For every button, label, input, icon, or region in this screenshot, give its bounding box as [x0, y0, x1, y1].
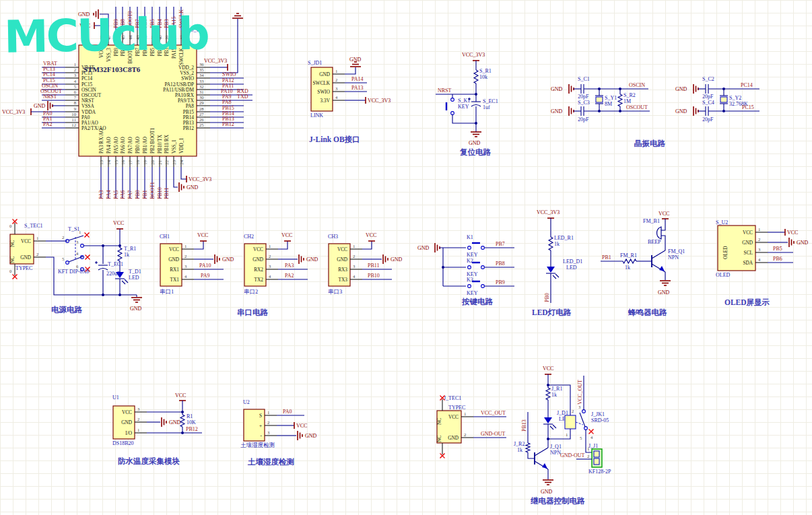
svg-text:VCC_OUT: VCC_OUT — [577, 380, 583, 405]
svg-text:0: 0 — [9, 269, 12, 273]
svg-text:VCC_3V3: VCC_3V3 — [204, 58, 227, 64]
svg-text:PA14: PA14 — [351, 76, 364, 82]
svg-text:OLED: OLED — [722, 246, 729, 259]
svg-text:PA6: PA6 — [120, 191, 126, 200]
svg-text:8M: 8M — [605, 101, 612, 107]
svg-text:BOOT0: BOOT0 — [127, 48, 133, 64]
component-typec-relay[interactable]: 1VCC2GND — [437, 411, 473, 443]
svg-text:S_R1: S_R1 — [479, 68, 492, 74]
svg-text:PB8: PB8 — [496, 261, 505, 267]
block-reset: VCC_3V3S_R110kNRSTS_K1KEYS_EC11ufGND复位电路 — [436, 52, 498, 156]
svg-text:VCC: VCC — [169, 246, 179, 252]
svg-text:PA7: PA7 — [127, 191, 133, 200]
svg-text:PB0: PB0 — [135, 190, 141, 199]
svg-text:PC14: PC14 — [43, 71, 55, 77]
svg-text:PB1: PB1 — [602, 254, 611, 261]
svg-text:1: 1 — [335, 69, 337, 73]
svg-text:PA5/AO: PA5/AO — [113, 137, 119, 153]
svg-text:4: 4 — [184, 274, 187, 279]
svg-text:S_Y1: S_Y1 — [605, 95, 617, 101]
svg-text:9: 9 — [74, 106, 77, 111]
svg-text:1: 1 — [566, 432, 568, 437]
svg-text:2: 2 — [572, 409, 574, 413]
svg-text:S_K1: S_K1 — [458, 98, 470, 104]
component-uart1-header[interactable]: 1VCC2GND3RX14TX1 — [160, 244, 194, 287]
svg-text:4: 4 — [335, 95, 338, 100]
svg-text:NC: NC — [436, 436, 442, 442]
svg-text:4: 4 — [758, 257, 761, 262]
block-mcu: S_U136VDD_235VSS_234SWIO33PA12/USB/DP32P… — [2, 7, 252, 199]
svg-text:14: 14 — [106, 160, 111, 164]
svg-text:GND: GND — [675, 86, 687, 92]
svg-text:1: 1 — [353, 244, 355, 248]
component-soil-sensor[interactable]: 1S2+3- — [244, 409, 277, 441]
svg-text:GND: GND — [319, 71, 330, 77]
svg-text:18: 18 — [135, 160, 140, 164]
svg-text:T_S1: T_S1 — [68, 226, 79, 232]
svg-text:蜂鸣器电路: 蜂鸣器电路 — [628, 308, 667, 316]
svg-text:2: 2 — [184, 254, 187, 259]
svg-text:11: 11 — [72, 117, 76, 122]
component-uart3-header[interactable]: 1VCC2GND3RX34TX3 — [329, 244, 362, 287]
svg-text:J_TEC1: J_TEC1 — [444, 395, 461, 401]
svg-text:1: 1 — [137, 427, 139, 432]
svg-text:43: 43 — [135, 35, 140, 40]
svg-text:按键电路: 按键电路 — [461, 298, 494, 306]
svg-text:CH1: CH1 — [160, 234, 170, 240]
svg-text:8: 8 — [74, 100, 77, 105]
svg-text:22: 22 — [164, 160, 169, 165]
svg-text:PB8: PB8 — [120, 19, 126, 28]
svg-text:KFT DIP-8X8: KFT DIP-8X8 — [58, 269, 89, 275]
block-buzzer: VCCFM_B1BEEPFM_Q1NPNPB1FM_R11kGND蜂鸣器电路 — [601, 211, 685, 316]
svg-text:PB5: PB5 — [149, 48, 156, 57]
svg-text:STM32F103C8T6: STM32F103C8T6 — [83, 65, 141, 73]
svg-text:28: 28 — [199, 106, 204, 111]
push-button[interactable] — [468, 243, 485, 249]
svg-text:GND: GND — [130, 306, 142, 312]
block-crystal: GNDS_C120pFOSCINS_Y18MS_R21MGNDS_C320pFO… — [551, 76, 759, 147]
svg-text:1k: 1k — [124, 252, 129, 258]
svg-text:串口2: 串口2 — [244, 288, 258, 295]
block-ds18b20: U13VCC2GND1I/ODS18B20GNDPB12VCCR110K防水温度… — [112, 392, 202, 465]
svg-text:PB3: PB3 — [164, 48, 170, 57]
svg-text:33: 33 — [199, 79, 204, 83]
svg-text:S_R2: S_R2 — [623, 92, 636, 98]
svg-text:VCC: VCC — [658, 211, 669, 217]
svg-text:T_R1: T_R1 — [124, 246, 136, 252]
svg-text:220uF: 220uF — [106, 271, 121, 277]
svg-text:LINK: LINK — [310, 112, 323, 118]
svg-text:31: 31 — [199, 90, 204, 94]
component-stm32f103c8t6[interactable]: 36VDD_235VSS_234SWIO33PA12/USB/DP32PA11/… — [65, 30, 210, 167]
svg-text:晶振电路: 晶振电路 — [634, 139, 666, 147]
svg-text:NRST: NRST — [438, 88, 452, 94]
svg-text:VDD_1: VDD_1 — [178, 138, 184, 153]
svg-text:PB7: PB7 — [135, 48, 141, 57]
svg-text:OLED: OLED — [716, 272, 731, 278]
component-ds18b20-module[interactable]: 3VCC2GND1I/O — [113, 406, 147, 439]
svg-text:PA5: PA5 — [113, 191, 119, 200]
svg-text:PB12: PB12 — [222, 121, 234, 127]
svg-text:3: 3 — [184, 264, 187, 269]
svg-text:3: 3 — [74, 73, 77, 77]
push-button[interactable] — [446, 98, 454, 115]
component-link-header[interactable]: 1GND2SWCLK3SWIO43.3V — [311, 67, 345, 111]
svg-text:VCC: VCC — [281, 232, 292, 238]
svg-text:PA10: PA10 — [199, 263, 211, 269]
svg-text:GND: GND — [168, 256, 179, 263]
svg-text:SWCLK: SWCLK — [178, 9, 184, 28]
component-uart2-header[interactable]: 1VCC2GND3RX24TX2 — [244, 244, 278, 287]
svg-text:CH3: CH3 — [328, 234, 338, 240]
svg-text:继电器控制电路: 继电器控制电路 — [530, 497, 585, 505]
svg-text:VCC: VCC — [366, 232, 376, 238]
svg-text:PA3: PA3 — [285, 263, 294, 269]
svg-text:3: 3 — [269, 264, 271, 269]
svg-text:41: 41 — [150, 35, 155, 40]
svg-text:25: 25 — [199, 123, 204, 127]
svg-text:PB6: PB6 — [142, 48, 148, 57]
svg-text:1k: 1k — [551, 392, 557, 398]
svg-text:OSCIN: OSCIN — [629, 82, 645, 88]
svg-text:OLED屏显示: OLED屏显示 — [724, 298, 770, 306]
svg-text:1k: 1k — [517, 447, 522, 453]
svg-text:29: 29 — [199, 100, 204, 105]
svg-text:15: 15 — [114, 160, 119, 164]
